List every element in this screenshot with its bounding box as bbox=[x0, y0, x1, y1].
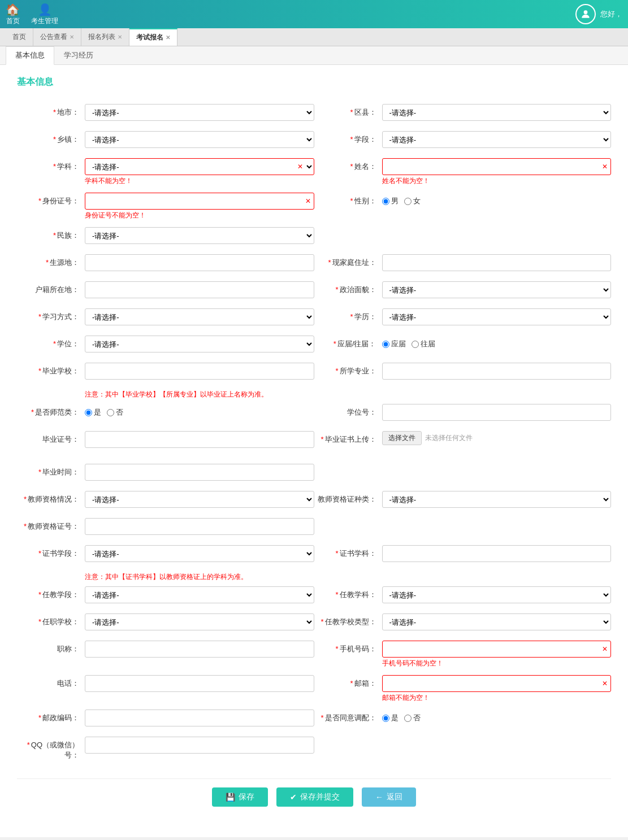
tab-exam-registration-close[interactable]: ✕ bbox=[166, 34, 170, 41]
qq-control bbox=[85, 737, 314, 754]
degree-select[interactable]: -请选择- bbox=[85, 336, 314, 352]
district-select[interactable]: -请选择- bbox=[382, 104, 612, 121]
dispatch-no-radio[interactable] bbox=[404, 715, 412, 722]
name-error: 姓名不能为空！ bbox=[382, 176, 612, 186]
gender-male-label[interactable]: 男 bbox=[382, 196, 399, 206]
cert-stage-select[interactable]: -请选择- bbox=[85, 545, 314, 562]
home-address-input[interactable] bbox=[382, 254, 612, 271]
teach-subject-label: *任教学科： bbox=[314, 586, 382, 600]
home-address-control bbox=[382, 254, 612, 271]
school-label: *毕业学校： bbox=[17, 363, 85, 376]
teach-subject-select[interactable]: -请选择- bbox=[382, 586, 612, 603]
stage-label: *学段： bbox=[314, 131, 382, 145]
back-button[interactable]: ← 返回 bbox=[362, 787, 416, 807]
tab-home[interactable]: 首页 bbox=[6, 28, 33, 46]
postal-code-input[interactable] bbox=[85, 710, 314, 726]
town-control: -请选择- bbox=[85, 131, 314, 148]
education-label: *学历： bbox=[314, 308, 382, 322]
tab-registration-list[interactable]: 报名列表 ✕ bbox=[81, 28, 129, 46]
subtab-study-history[interactable]: 学习经历 bbox=[54, 46, 103, 64]
back-label: 返回 bbox=[387, 792, 402, 802]
household-input[interactable] bbox=[85, 281, 314, 298]
phone-input[interactable] bbox=[382, 641, 612, 658]
study-mode-select[interactable]: -请选择- bbox=[85, 308, 314, 325]
origin-label: *生源地： bbox=[17, 254, 85, 268]
nav-home[interactable]: 🏠 首页 bbox=[6, 3, 20, 26]
field-tel: 电话： bbox=[17, 675, 314, 703]
teacher-cert-number-input[interactable] bbox=[85, 518, 314, 535]
ethnicity-select[interactable]: -请选择- bbox=[85, 227, 314, 244]
teacher-cert-status-select[interactable]: -请选择- bbox=[85, 491, 314, 508]
tab-exam-registration[interactable]: 考试报名 ✕ bbox=[129, 28, 177, 46]
school-input[interactable] bbox=[85, 363, 314, 380]
is-teacher-type-control: 是 否 bbox=[85, 404, 314, 417]
teacher-cert-type-select[interactable]: -请选择- bbox=[382, 491, 612, 508]
origin-input[interactable] bbox=[85, 254, 314, 271]
cert-subject-input[interactable] bbox=[382, 545, 612, 562]
nav-home-label: 首页 bbox=[6, 16, 20, 26]
stage-select[interactable]: -请选择- bbox=[382, 131, 612, 148]
tel-input[interactable] bbox=[85, 675, 314, 692]
dispatch-yes-radio[interactable] bbox=[382, 715, 389, 722]
title-input[interactable] bbox=[85, 641, 314, 658]
old-label[interactable]: 往届 bbox=[412, 339, 435, 349]
grad-time-input[interactable] bbox=[85, 464, 314, 481]
teacher-no-label[interactable]: 否 bbox=[107, 407, 123, 417]
study-mode-control: -请选择- bbox=[85, 308, 314, 325]
school-name-select[interactable]: -请选择- bbox=[85, 613, 314, 630]
subject-select[interactable]: -请选择- bbox=[85, 158, 314, 175]
tab-announcement-close[interactable]: ✕ bbox=[70, 34, 74, 40]
field-email: *邮箱： ✕ 邮箱不能为空！ bbox=[314, 675, 612, 703]
major-input[interactable] bbox=[382, 363, 612, 380]
old-radio[interactable] bbox=[412, 341, 419, 348]
city-select[interactable]: -请选择- bbox=[85, 104, 314, 121]
subtab-basic-info[interactable]: 基本信息 bbox=[6, 46, 54, 65]
teach-subject-control: -请选择- bbox=[382, 586, 612, 603]
town-select[interactable]: -请选择- bbox=[85, 131, 314, 148]
field-id-number: *身份证号： ✕ 身份证号不能为空！ bbox=[17, 193, 314, 220]
district-control: -请选择- bbox=[382, 104, 612, 121]
dispatch-no-label[interactable]: 否 bbox=[404, 713, 421, 723]
teacher-yes-label[interactable]: 是 bbox=[85, 407, 101, 417]
teacher-yes-radio[interactable] bbox=[85, 409, 92, 416]
gender-female-label[interactable]: 女 bbox=[404, 196, 421, 206]
diploma-file-btn[interactable]: 选择文件 bbox=[382, 431, 422, 445]
save-button[interactable]: 💾 保存 bbox=[212, 787, 268, 807]
field-phone: *手机号码： ✕ 手机号码不能为空！ bbox=[314, 641, 612, 668]
email-clear-btn[interactable]: ✕ bbox=[602, 680, 608, 687]
field-education: *学历： -请选择- bbox=[314, 308, 612, 329]
fresh-grad-control: 应届 往届 bbox=[382, 336, 612, 349]
dispatch-yes-label[interactable]: 是 bbox=[382, 713, 399, 723]
qq-input[interactable] bbox=[85, 737, 314, 754]
subject-control: -请选择- ✕ 学科不能为空！ bbox=[85, 158, 314, 186]
name-input[interactable] bbox=[382, 158, 612, 175]
field-town: *乡镇： -请选择- bbox=[17, 131, 314, 151]
email-input[interactable] bbox=[382, 675, 612, 692]
fresh-label[interactable]: 应届 bbox=[382, 339, 406, 349]
education-select[interactable]: -请选择- bbox=[382, 308, 612, 325]
subject-clear-btn[interactable]: ✕ bbox=[297, 163, 303, 171]
school-type-select[interactable]: -请选择- bbox=[382, 613, 612, 630]
allow-dispatch-label: *是否同意调配： bbox=[314, 710, 382, 723]
phone-clear-btn[interactable]: ✕ bbox=[602, 645, 608, 653]
town-label: *乡镇： bbox=[17, 131, 85, 145]
field-stage: *学段： -请选择- bbox=[314, 131, 612, 151]
teach-stage-select[interactable]: -请选择- bbox=[85, 586, 314, 603]
nav-student-mgmt[interactable]: 👤 考生管理 bbox=[31, 3, 58, 26]
teacher-no-radio[interactable] bbox=[107, 409, 114, 416]
name-clear-btn[interactable]: ✕ bbox=[602, 163, 608, 171]
degree-number-input[interactable] bbox=[382, 404, 612, 421]
id-number-input[interactable] bbox=[85, 193, 314, 210]
save-submit-button[interactable]: ✔ 保存并提交 bbox=[276, 787, 353, 807]
school-name-label: *任职学校： bbox=[17, 613, 85, 627]
field-teach-stage: *任教学段： -请选择- bbox=[17, 586, 314, 607]
diploma-number-input[interactable] bbox=[85, 431, 314, 448]
tel-label: 电话： bbox=[17, 675, 85, 689]
gender-male-radio[interactable] bbox=[382, 198, 389, 205]
tab-announcement[interactable]: 公告查看 ✕ bbox=[33, 28, 81, 46]
gender-female-radio[interactable] bbox=[404, 198, 412, 205]
tab-registration-list-close[interactable]: ✕ bbox=[118, 34, 122, 40]
id-number-clear-btn[interactable]: ✕ bbox=[305, 197, 311, 205]
fresh-radio[interactable] bbox=[382, 341, 389, 348]
political-select[interactable]: -请选择- bbox=[382, 281, 612, 298]
